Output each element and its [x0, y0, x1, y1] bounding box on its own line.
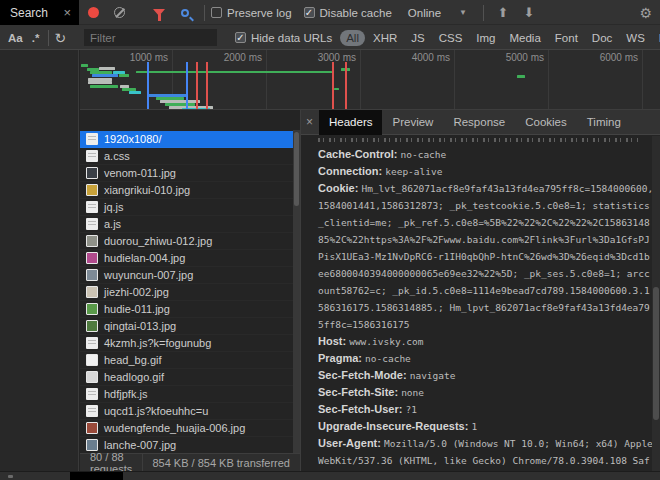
header-name: Sec-Fetch-Site: — [318, 386, 401, 398]
header-value: keep-alive — [385, 166, 442, 177]
table-row[interactable]: xiangrikui-010.jpg — [80, 182, 293, 199]
network-overview-waterfall[interactable]: 1000 ms2000 ms3000 ms4000 ms5000 ms6000 … — [80, 50, 660, 110]
table-row[interactable]: venom-011.jpg — [80, 165, 293, 182]
scrollbar-thumb[interactable] — [294, 132, 299, 206]
refresh-button[interactable]: ↻ — [54, 30, 66, 46]
search-drawer-tab[interactable]: Search × — [0, 0, 79, 25]
divider — [48, 30, 49, 46]
waterfall-bar — [119, 74, 129, 77]
grid-line — [548, 50, 549, 110]
header-value: no-cache — [401, 149, 447, 160]
details-tab-bar: × HeadersPreviewResponseCookiesTiming — [301, 110, 660, 135]
record-icon — [88, 7, 99, 18]
table-row[interactable]: qingtai-013.jpg — [80, 318, 293, 335]
request-name: wuyuncun-007.jpg — [104, 269, 193, 281]
header-name: Cache-Control: — [318, 148, 401, 160]
hide-data-urls-checkbox[interactable]: ✓ Hide data URLs — [235, 32, 332, 44]
regex-button[interactable]: .* — [32, 32, 40, 44]
search-icon — [181, 9, 189, 17]
tab-cookies[interactable]: Cookies — [515, 110, 577, 135]
headers-content[interactable]: Cache-Control: no-cacheConnection: keep-… — [301, 136, 652, 472]
tab-timing[interactable]: Timing — [577, 110, 631, 135]
table-row[interactable]: a.js — [80, 216, 293, 233]
table-row[interactable]: a.css — [80, 148, 293, 165]
tab-headers[interactable]: Headers — [319, 110, 382, 135]
header-name: Connection: — [318, 165, 385, 177]
chevron-down-icon: ▼ — [459, 8, 467, 17]
close-details-icon[interactable]: × — [301, 115, 319, 129]
grid-line — [360, 50, 361, 110]
request-name: 1920x1080/ — [104, 133, 162, 145]
table-row[interactable]: 4kzmh.js?k=fogunubg — [80, 335, 293, 352]
throttling-value: Online — [408, 7, 441, 19]
tab-response[interactable]: Response — [443, 110, 515, 135]
filter-toggle-button[interactable] — [146, 1, 172, 25]
drawer-active-tab[interactable] — [70, 472, 123, 480]
request-name: jq.js — [104, 201, 124, 213]
request-list-scrollbar[interactable] — [293, 130, 300, 453]
filter-type-manifest[interactable]: Manifest — [653, 30, 660, 46]
search-tab-label: Search — [10, 6, 63, 20]
filter-type-doc[interactable]: Doc — [586, 30, 618, 46]
header-name: Upgrade-Insecure-Requests: — [318, 420, 471, 432]
search-button[interactable] — [172, 1, 198, 25]
image-file-icon — [86, 303, 98, 315]
close-search-tab-icon[interactable]: × — [63, 5, 71, 20]
details-scrollbar[interactable] — [652, 136, 660, 472]
filter-type-font[interactable]: Font — [549, 30, 584, 46]
throttling-dropdown[interactable]: Online ▼ — [408, 7, 467, 19]
header-name: Sec-Fetch-User: — [318, 403, 405, 415]
load-event-line — [345, 62, 347, 110]
table-row[interactable]: hudie-011.jpg — [80, 301, 293, 318]
table-row[interactable]: jq.js — [80, 199, 293, 216]
table-row[interactable]: wudengfende_huajia-006.jpg — [80, 420, 293, 437]
table-row[interactable]: wuyuncun-007.jpg — [80, 267, 293, 284]
waterfall-bar — [136, 71, 332, 73]
load-event-line — [196, 62, 198, 110]
scrollbar-thumb[interactable] — [653, 287, 659, 420]
bottom-drawer-edge[interactable] — [0, 471, 660, 480]
header-entry: Sec-Fetch-Site: none — [318, 384, 652, 401]
preserve-log-checkbox[interactable]: Preserve log — [211, 7, 304, 19]
import-har-button[interactable]: ⬆ — [490, 1, 516, 25]
time-tick-label: 3000 ms — [318, 52, 360, 63]
image-file-icon — [86, 184, 98, 196]
filter-type-js[interactable]: JS — [405, 30, 430, 46]
domcontentloaded-event-line — [186, 62, 188, 110]
header-value: Hm_lvt_862071acf8e9faf43a13fd4ea795ff8c=… — [318, 183, 652, 330]
filter-type-media[interactable]: Media — [504, 30, 547, 46]
hide-data-urls-box-icon: ✓ — [235, 32, 246, 43]
tab-preview[interactable]: Preview — [382, 110, 443, 135]
table-row[interactable]: uqcd1.js?kfoeuhhc=u — [80, 403, 293, 420]
table-row[interactable]: duorou_zhiwu-012.jpg — [80, 233, 293, 250]
table-row[interactable]: hdfjpfk.js — [80, 386, 293, 403]
table-row[interactable]: head_bg.gif — [80, 352, 293, 369]
drawer-icon — [8, 475, 13, 478]
time-tick-label: 4000 ms — [412, 52, 454, 63]
filter-type-ws[interactable]: WS — [620, 30, 651, 46]
table-row[interactable]: 1920x1080/ — [80, 131, 293, 148]
filter-type-all[interactable]: All — [340, 30, 365, 46]
clear-button[interactable] — [106, 1, 132, 25]
disable-cache-checkbox[interactable]: ✓ Disable cache — [304, 7, 404, 19]
export-har-button[interactable]: ⬇ — [516, 1, 542, 25]
header-value: none — [401, 387, 424, 398]
filter-input[interactable] — [84, 29, 217, 46]
document-file-icon — [86, 218, 98, 230]
filter-type-xhr[interactable]: XHR — [367, 30, 403, 46]
request-name: hudie-011.jpg — [104, 303, 170, 315]
match-case-button[interactable]: Aa — [8, 32, 23, 44]
resource-type-filters: AllXHRJSCSSImgMediaFontDocWSManifestOthe… — [340, 30, 660, 46]
record-button[interactable] — [80, 1, 106, 25]
table-row[interactable]: jiezhi-002.jpg — [80, 284, 293, 301]
table-row[interactable]: hudielan-004.jpg — [80, 250, 293, 267]
document-file-icon — [86, 150, 98, 162]
request-list: 1920x1080/a.cssvenom-011.jpgxiangrikui-0… — [80, 110, 300, 453]
filter-type-css[interactable]: CSS — [433, 30, 469, 46]
grid-line — [642, 50, 643, 110]
filter-type-img[interactable]: Img — [470, 30, 501, 46]
header-value: 1 — [471, 421, 477, 432]
table-row[interactable]: headlogo.gif — [80, 369, 293, 386]
request-name: qingtai-013.jpg — [104, 320, 176, 332]
settings-gear-icon[interactable]: ⚙ — [639, 5, 652, 21]
